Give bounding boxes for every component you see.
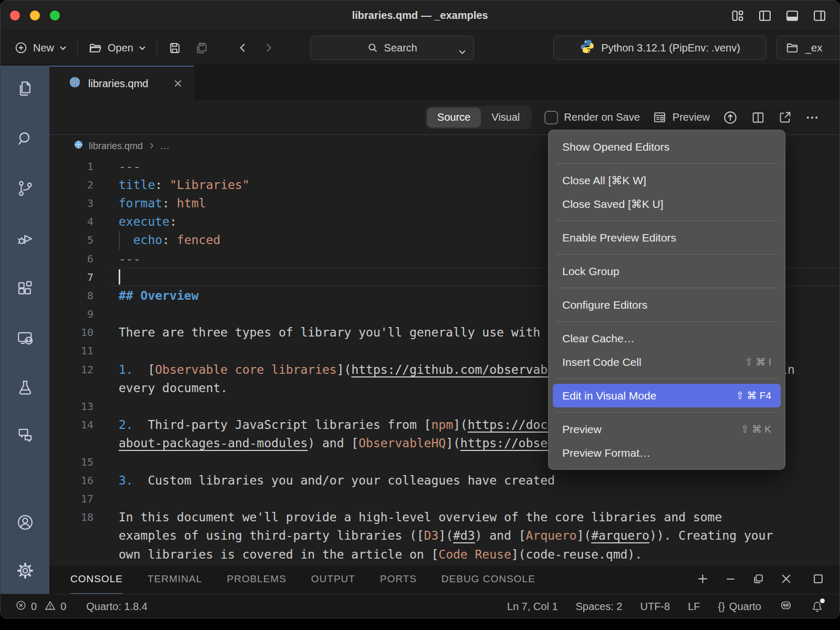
cursor-position-status[interactable]: Ln 7, Col 1 <box>507 601 558 613</box>
close-tab-icon[interactable] <box>173 79 183 88</box>
code-line[interactable]: own libraries is covered in the article … <box>49 545 839 563</box>
toggle-secondary-sidebar-icon[interactable] <box>812 8 827 23</box>
render-up-icon[interactable] <box>722 110 738 125</box>
code-line-text: echo: fenced <box>119 233 220 247</box>
open-button[interactable]: Open <box>82 36 152 60</box>
copilot-icon[interactable] <box>779 598 793 615</box>
code-line[interactable]: 163. Custom libraries you and/or your co… <box>49 471 839 489</box>
chevron-down-icon <box>458 45 466 57</box>
search-icon[interactable] <box>1 122 49 155</box>
account-icon[interactable] <box>1 506 49 539</box>
preview-button[interactable]: Preview <box>653 110 710 124</box>
menu-item-label: Clear Cache… <box>562 332 635 345</box>
menu-item-configure-editors[interactable]: Configure Editors <box>553 293 781 317</box>
save-all-icon <box>194 41 208 55</box>
code-token: ]( <box>576 529 591 542</box>
comments-icon[interactable] <box>1 418 49 452</box>
menu-separator <box>556 412 778 413</box>
panel-tab-ports[interactable]: PORTS <box>380 565 417 594</box>
panel-tab-problems[interactable]: PROBLEMS <box>227 565 287 594</box>
line-number: 8 <box>49 289 93 302</box>
menu-item-insert-code-cell[interactable]: Insert Code Cell⇧ ⌘ I <box>553 350 781 374</box>
notifications-bell-icon[interactable] <box>811 600 824 613</box>
new-console-plus-icon[interactable] <box>696 572 709 587</box>
code-line[interactable]: examples of using third-party libraries … <box>49 527 839 545</box>
menu-item-clear-cache[interactable]: Clear Cache… <box>553 327 781 350</box>
code-token: fenced <box>177 233 220 247</box>
quarto-version-status[interactable]: Quarto: 1.8.4 <box>86 601 148 613</box>
chevron-down-icon <box>59 45 67 50</box>
workspace-label: _ex <box>805 42 822 54</box>
tab-label: libraries.qmd <box>88 78 148 90</box>
customize-layout-icon[interactable] <box>730 8 745 23</box>
menu-item-preview[interactable]: Preview⇧ ⌘ K <box>553 417 781 441</box>
render-on-save-checkbox[interactable] <box>544 111 558 124</box>
save-icon <box>167 41 182 55</box>
new-plus-icon <box>14 41 28 55</box>
breadcrumb-file[interactable]: libraries.qmd <box>89 141 143 152</box>
console-sessions-icon[interactable] <box>1 322 49 355</box>
code-line[interactable]: 17 <box>49 489 839 508</box>
interpreter-selector-button[interactable]: Python 3.12.1 (PipEnv: .venv) <box>553 36 766 60</box>
problems-status[interactable]: 0 0 <box>15 600 66 614</box>
code-line-text: In this document we'll provide a high-le… <box>119 510 722 524</box>
workspace-button[interactable]: _ex <box>776 36 840 60</box>
tab-libraries-qmd[interactable]: libraries.qmd <box>49 66 194 100</box>
menu-item-label: Close Saved [⌘K U] <box>562 198 664 211</box>
folder-icon <box>785 41 799 55</box>
language-label: Quarto <box>729 601 761 613</box>
toggle-primary-sidebar-icon[interactable] <box>758 8 772 23</box>
code-token: echo <box>133 233 162 247</box>
extensions-icon[interactable] <box>1 271 49 305</box>
preview-icon <box>653 110 667 124</box>
menu-item-lock-group[interactable]: Lock Group <box>553 259 781 283</box>
panel-tab-terminal[interactable]: TERMINAL <box>148 565 202 594</box>
top-action-bar: New Open Search Python 3. <box>1 31 839 65</box>
split-editor-icon[interactable] <box>751 110 765 125</box>
save-button[interactable] <box>161 36 188 60</box>
open-in-new-window-icon[interactable] <box>778 110 792 124</box>
source-control-icon[interactable] <box>1 172 49 205</box>
menu-item-preview-format[interactable]: Preview Format… <box>553 441 781 465</box>
code-token: npm <box>431 418 453 432</box>
encoding-status[interactable]: UTF-8 <box>640 601 670 613</box>
menu-item-label: Lock Group <box>562 265 620 278</box>
visual-mode-button[interactable]: Visual <box>481 108 530 128</box>
code-line-text: ## Overview <box>119 289 198 302</box>
code-token: about-packages-and-modules <box>119 436 308 450</box>
testing-icon[interactable] <box>1 371 49 405</box>
explorer-icon[interactable] <box>1 72 49 106</box>
close-panel-icon[interactable] <box>780 572 793 587</box>
save-all-button[interactable] <box>188 36 215 60</box>
eol-status[interactable]: LF <box>688 601 700 613</box>
language-mode-status[interactable]: {} Quarto <box>718 601 761 613</box>
line-number: 15 <box>49 456 93 468</box>
menu-item-close-all-k-w[interactable]: Close All [⌘K W] <box>553 169 781 192</box>
panel-tab-output[interactable]: OUTPUT <box>311 565 355 594</box>
menu-item-show-opened-editors[interactable]: Show Opened Editors <box>553 135 781 159</box>
breadcrumb-more[interactable]: … <box>160 141 170 152</box>
menu-item-enable-preview-editors[interactable]: Enable Preview Editors <box>553 226 781 249</box>
more-actions-icon[interactable] <box>805 110 820 125</box>
navigate-forward-button[interactable] <box>256 36 281 60</box>
toggle-panel-icon[interactable] <box>785 8 800 23</box>
search-input[interactable]: Search <box>310 36 474 60</box>
settings-gear-icon[interactable] <box>1 554 49 587</box>
panel-tab-console[interactable]: CONSOLE <box>70 565 123 594</box>
maximize-panel-icon[interactable] <box>812 572 825 587</box>
indentation-status[interactable]: Spaces: 2 <box>576 601 623 613</box>
source-mode-button[interactable]: Source <box>427 108 481 128</box>
menu-item-close-saved-k-u[interactable]: Close Saved [⌘K U] <box>553 192 781 216</box>
run-and-debug-icon[interactable] <box>1 222 49 255</box>
restore-panel-icon[interactable] <box>752 572 765 587</box>
quarto-file-icon <box>68 76 81 91</box>
code-token <box>119 233 133 247</box>
new-button[interactable]: New <box>8 36 73 60</box>
menu-item-edit-in-visual-mode[interactable]: Edit in Visual Mode⇧ ⌘ F4 <box>553 384 781 407</box>
code-line[interactable]: 18In this document we'll provide a high-… <box>49 508 839 527</box>
code-token: --- <box>119 252 141 266</box>
panel-tab-debug-console[interactable]: DEBUG CONSOLE <box>442 565 536 594</box>
minimize-panel-icon[interactable] <box>724 572 737 587</box>
navigate-back-button[interactable] <box>230 36 256 60</box>
code-line-text: every document. <box>119 381 228 395</box>
